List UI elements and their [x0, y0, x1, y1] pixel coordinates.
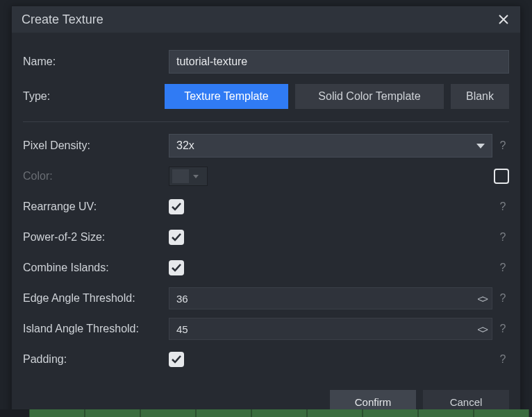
help-icon[interactable]: ? — [497, 201, 509, 213]
color-picker[interactable] — [169, 167, 208, 186]
name-label: Name: — [23, 56, 169, 68]
power-of-2-row: Power-of-2 Size: ? — [23, 222, 509, 253]
power-of-2-checkbox[interactable] — [169, 230, 184, 245]
color-swatch — [172, 169, 189, 183]
padding-checkbox[interactable] — [169, 352, 184, 367]
help-icon[interactable]: ? — [497, 231, 509, 244]
type-row: Type: Texture Template Solid Color Templ… — [23, 81, 509, 112]
check-icon — [172, 264, 181, 272]
edge-angle-threshold-label: Edge Angle Threshold: — [23, 292, 169, 305]
combine-islands-label: Combine Islands: — [23, 262, 169, 274]
type-button-group: Texture Template Solid Color Template Bl… — [165, 84, 509, 109]
edge-angle-threshold-row: Edge Angle Threshold: < > ? — [23, 283, 509, 314]
check-icon — [172, 203, 181, 211]
type-label: Type: — [23, 90, 165, 103]
island-angle-threshold-row: Island Angle Threshold: < > ? — [23, 314, 509, 344]
island-angle-threshold-value[interactable] — [176, 323, 477, 335]
color-label: Color: — [23, 170, 169, 182]
section-divider — [23, 121, 509, 122]
number-stepper-icon[interactable]: < > — [477, 323, 486, 335]
help-icon[interactable]: ? — [497, 323, 509, 335]
help-icon[interactable]: ? — [497, 139, 509, 152]
combine-islands-row: Combine Islands: ? — [23, 253, 509, 283]
dialog-title: Create Texture — [22, 12, 497, 27]
name-row: Name: — [23, 46, 509, 77]
padding-row: Padding: ? — [23, 344, 509, 375]
color-row: Color: — [23, 161, 509, 192]
type-blank-button[interactable]: Blank — [451, 84, 509, 109]
check-icon — [172, 355, 181, 364]
pixel-density-select[interactable]: 32x — [169, 134, 492, 158]
island-angle-threshold-input[interactable]: < > — [169, 318, 492, 340]
padding-label: Padding: — [23, 353, 169, 366]
help-icon[interactable]: ? — [497, 262, 509, 274]
pixel-density-label: Pixel Density: — [23, 139, 169, 152]
pixel-density-row: Pixel Density: 32x ? — [23, 130, 509, 161]
power-of-2-label: Power-of-2 Size: — [23, 231, 169, 244]
help-icon[interactable]: ? — [497, 292, 509, 305]
name-input[interactable] — [169, 50, 509, 74]
check-icon — [172, 233, 181, 241]
number-stepper-icon[interactable]: < > — [477, 293, 486, 305]
type-texture-template-button[interactable]: Texture Template — [165, 84, 288, 109]
create-texture-dialog: Create Texture Name: Type: Texture Templ… — [11, 6, 521, 417]
island-angle-threshold-label: Island Angle Threshold: — [23, 323, 169, 335]
type-solid-color-template-button[interactable]: Solid Color Template — [295, 84, 444, 109]
help-icon[interactable]: ? — [497, 353, 509, 366]
pixel-density-value: 32x — [176, 139, 476, 152]
background-strip — [0, 409, 532, 417]
combine-islands-checkbox[interactable] — [169, 260, 184, 275]
dialog-content: Name: Type: Texture Template Solid Color… — [12, 33, 520, 417]
chevron-down-icon — [476, 144, 485, 148]
chevron-down-icon — [193, 175, 199, 178]
color-enable-checkbox[interactable] — [494, 169, 509, 184]
edge-angle-threshold-input[interactable]: < > — [169, 287, 492, 309]
rearrange-uv-checkbox[interactable] — [169, 199, 184, 214]
edge-angle-threshold-value[interactable] — [176, 293, 477, 305]
dialog-titlebar: Create Texture — [12, 6, 520, 33]
rearrange-uv-label: Rearrange UV: — [23, 201, 169, 213]
close-icon[interactable] — [497, 12, 510, 26]
rearrange-uv-row: Rearrange UV: ? — [23, 192, 509, 222]
